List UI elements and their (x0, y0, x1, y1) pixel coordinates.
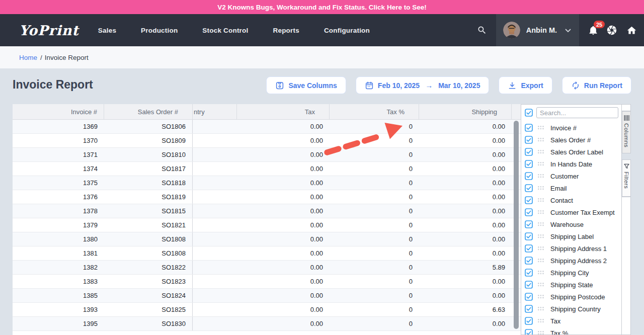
table-row[interactable]: 1371 SO1810 0.00 0 0.00 (13, 148, 521, 162)
column-toggle-item[interactable]: Shipping Label (521, 230, 621, 242)
table-row[interactable]: 1381 SO1808 0.00 0 0.00 (13, 246, 521, 261)
drag-handle-icon[interactable] (537, 306, 544, 311)
menu-item[interactable]: Stock Control (202, 27, 248, 34)
column-toggle-item[interactable]: Sales Order Label (521, 146, 621, 158)
checkbox-checked[interactable] (525, 124, 533, 132)
tab-filters[interactable]: Filters (622, 159, 631, 197)
table-row[interactable]: 1383 SO1823 0.00 0 0.00 (13, 275, 521, 289)
search-icon[interactable] (468, 25, 496, 35)
drag-handle-icon[interactable] (537, 258, 544, 263)
table-row[interactable]: 1380 SO1808 0.00 0 0.00 (13, 232, 521, 246)
column-toggle-item[interactable]: Customer (521, 170, 621, 182)
checkbox-checked[interactable] (525, 208, 533, 216)
drag-handle-icon[interactable] (537, 270, 544, 275)
home-icon[interactable] (626, 25, 637, 36)
table-vertical-scrollbar[interactable] (514, 121, 519, 329)
col-header-invoice[interactable]: Invoice # (13, 104, 104, 119)
checkbox-checked[interactable] (525, 257, 533, 265)
date-range-button[interactable]: Feb 10, 2025 → Mar 10, 2025 (356, 76, 490, 94)
col-header-country-clipped[interactable]: ntry (193, 104, 237, 119)
yoprint-logo[interactable]: YoPrint (19, 23, 79, 38)
column-toggle-item[interactable]: Customer Tax Exempt (521, 206, 621, 218)
drag-handle-icon[interactable] (537, 149, 544, 154)
column-toggle-item[interactable]: Shipping State (521, 279, 621, 291)
checkbox-checked[interactable] (525, 317, 533, 325)
camera-iris-icon[interactable] (606, 25, 617, 36)
notifications-bell-icon[interactable]: 25 (588, 25, 598, 35)
drag-handle-icon[interactable] (537, 161, 544, 166)
col-header-shipping[interactable]: Shipping (419, 104, 512, 119)
table-row[interactable]: 1378 SO1815 0.00 0 0.00 (13, 204, 521, 218)
drag-handle-icon[interactable] (537, 186, 544, 191)
table-row[interactable]: 1374 SO1817 0.00 0 0.00 (13, 162, 521, 176)
col-header-tax-pct[interactable]: Tax % (330, 104, 419, 119)
column-toggle-item[interactable]: Shipping Country (521, 303, 621, 315)
checkbox-checked[interactable] (525, 196, 533, 204)
table-row[interactable]: 1379 SO1821 0.00 0 0.00 (13, 218, 521, 232)
table-row[interactable]: 1375 SO1818 0.00 0 0.00 (13, 176, 521, 190)
checkbox-checked[interactable] (525, 281, 533, 289)
checkbox-checked[interactable] (525, 148, 533, 156)
save-columns-button[interactable]: Save Columns (266, 76, 346, 94)
checkbox-checked[interactable] (525, 220, 533, 228)
table-row[interactable]: 1370 SO1809 0.00 0 0.00 (13, 134, 521, 148)
column-toggle-item[interactable]: In Hands Date (521, 158, 621, 170)
chevron-down-icon[interactable] (565, 26, 571, 35)
menu-item[interactable]: Reports (273, 27, 299, 34)
checkbox-checked[interactable] (525, 269, 533, 277)
columns-search-input[interactable] (536, 107, 618, 118)
checkbox-checked[interactable] (525, 305, 533, 313)
drag-handle-icon[interactable] (537, 174, 544, 179)
checkbox-checked[interactable] (525, 293, 533, 301)
drag-handle-icon[interactable] (537, 125, 544, 130)
table-row[interactable]: 1393 SO1825 0.00 0 6.63 (13, 303, 521, 317)
checkbox-checked[interactable] (525, 329, 533, 335)
column-toggle-item[interactable]: Tax % (521, 327, 621, 335)
run-report-button[interactable]: Run Report (562, 76, 631, 94)
column-toggle-item[interactable]: Contact (521, 194, 621, 206)
table-row[interactable]: 1382 SO1822 0.00 0 5.89 (13, 261, 521, 275)
drag-handle-icon[interactable] (537, 246, 544, 251)
user-menu[interactable]: Anbin M. (496, 14, 579, 46)
table-row[interactable]: 1395 SO1830 0.00 0 0.00 (13, 317, 521, 331)
menu-item[interactable]: Configuration (324, 27, 370, 34)
column-toggle-item[interactable]: Email (521, 182, 621, 194)
column-toggle-item[interactable]: Invoice # (521, 122, 621, 134)
column-toggle-item[interactable]: Shipping Postcode (521, 291, 621, 303)
table-row[interactable]: 1369 SO1806 0.00 0 0.00 (13, 120, 521, 134)
col-header-tax[interactable]: Tax (237, 104, 330, 119)
drag-handle-icon[interactable] (537, 222, 544, 227)
drag-handle-icon[interactable] (537, 198, 544, 203)
drag-handle-icon[interactable] (537, 318, 544, 323)
drag-handle-icon[interactable] (537, 330, 544, 335)
table-row[interactable]: 1385 SO1824 0.00 0 0.00 (13, 289, 521, 303)
checkbox-checked[interactable] (525, 232, 533, 240)
column-toggle-item[interactable]: Shipping City (521, 267, 621, 279)
breadcrumb-home-link[interactable]: Home (19, 54, 37, 61)
column-toggle-item[interactable]: Shipping Address 2 (521, 255, 621, 267)
tab-columns[interactable]: Columns (622, 111, 631, 153)
announcement-banner[interactable]: V2 Knowns Bugs, Workaround and Fix Statu… (0, 0, 644, 14)
user-name: Anbin M. (526, 26, 557, 34)
checkbox-checked[interactable] (525, 160, 533, 168)
drag-handle-icon[interactable] (537, 234, 544, 239)
checkbox-checked[interactable] (525, 244, 533, 253)
cell-invoice: 1385 (13, 289, 104, 302)
drag-handle-icon[interactable] (537, 137, 544, 142)
drag-handle-icon[interactable] (537, 294, 544, 299)
menu-item[interactable]: Production (141, 27, 178, 34)
column-toggle-item[interactable]: Tax (521, 315, 621, 327)
select-all-checkbox[interactable] (525, 109, 533, 117)
table-row[interactable]: 1376 SO1819 0.00 0 0.00 (13, 190, 521, 204)
col-header-sales-order[interactable]: Sales Order # (104, 104, 193, 119)
checkbox-checked[interactable] (525, 184, 533, 192)
checkbox-checked[interactable] (525, 172, 533, 180)
menu-item[interactable]: Sales (98, 27, 116, 34)
column-toggle-item[interactable]: Warehouse (521, 218, 621, 230)
column-toggle-item[interactable]: Sales Order # (521, 134, 621, 146)
checkbox-checked[interactable] (525, 136, 533, 144)
drag-handle-icon[interactable] (537, 210, 544, 215)
column-toggle-item[interactable]: Shipping Address 1 (521, 242, 621, 255)
export-button[interactable]: Export (499, 76, 552, 94)
drag-handle-icon[interactable] (537, 282, 544, 287)
